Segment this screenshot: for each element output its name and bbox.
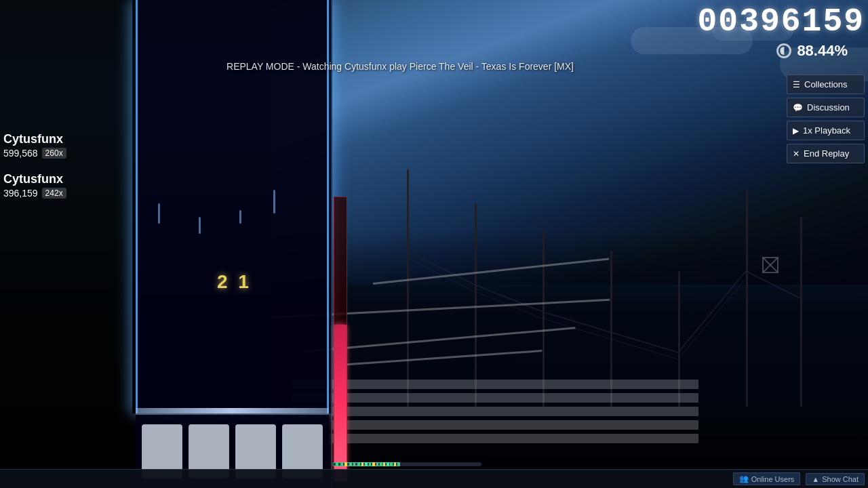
svg-rect-28 [387,462,389,466]
progress-notes [332,459,481,469]
online-users-icon: 👥 [739,474,749,483]
discussion-label: Discussion [807,102,850,113]
collections-button[interactable]: ☰ Collections [787,75,865,94]
svg-rect-22 [365,462,368,466]
svg-rect-23 [369,462,371,466]
discussion-icon: 💬 [793,103,803,113]
svg-rect-16 [340,462,343,466]
show-chat-icon: ▲ [812,475,819,483]
power-pole-1 [407,169,409,407]
playback-icon: ▶ [793,126,799,136]
svg-rect-19 [353,462,355,466]
svg-rect-31 [397,462,400,466]
svg-rect-18 [349,462,352,466]
svg-rect-29 [390,462,393,466]
show-chat-button[interactable]: ▲ Show Chat [806,473,865,485]
game-score-number: 2 1 [217,271,252,293]
playback-button[interactable]: ▶ 1x Playback [787,121,865,140]
collections-label: Collections [804,79,848,89]
player1-info: Cytusfunx 599,568 260x Cytusfunx 396,159… [3,132,66,199]
svg-rect-25 [376,462,378,466]
progress-bar-container [334,197,347,481]
online-users-button[interactable]: 👥 Online Users [733,472,801,485]
svg-rect-20 [357,462,360,466]
svg-rect-17 [344,462,347,466]
power-pole-6 [746,190,748,407]
gameplay-panel: 2 1 Cytusfunx 599,568 260x Cytusfunx 396… [0,0,332,488]
player1-score: 599,568 [3,148,38,159]
player2-combo: 242x [42,188,66,199]
song-progress [332,459,481,469]
progress-bar-fill [334,325,347,481]
end-replay-icon: ✕ [793,149,800,159]
show-chat-label: Show Chat [822,475,859,483]
player1-name: Cytusfunx [3,132,66,146]
end-replay-label: End Replay [804,148,849,159]
power-pole-2 [475,203,477,407]
bottom-bar: 👥 Online Users ▲ Show Chat [0,469,868,488]
end-replay-button[interactable]: ✕ End Replay [787,144,865,163]
svg-rect-24 [372,462,375,466]
svg-rect-26 [380,462,382,466]
ground-overlay [271,230,868,488]
accuracy-circle-icon [776,43,791,58]
accuracy-value: 88.44% [797,42,848,60]
svg-rect-21 [361,462,363,466]
top-score: 00396159 [698,3,865,40]
svg-rect-30 [394,462,396,466]
collections-icon: ☰ [793,80,800,89]
discussion-button[interactable]: 💬 Discussion [787,98,865,117]
playback-label: 1x Playback [803,125,850,136]
player1-combo: 260x [42,148,66,159]
player2-score: 396,159 [3,188,38,199]
power-pole-7 [800,217,802,407]
right-panel: ☰ Collections 💬 Discussion ▶ 1x Playback… [787,75,865,163]
svg-rect-15 [336,462,338,466]
replay-mode-text: REPLAY MODE - Watching Cytusfunx play Pi… [68,61,732,72]
accuracy-display: 88.44% [776,42,848,60]
online-users-label: Online Users [751,475,795,483]
crosswalk [292,380,698,447]
svg-rect-27 [383,462,385,466]
player2-name: Cytusfunx [3,172,66,186]
lane-indicator [136,408,329,413]
